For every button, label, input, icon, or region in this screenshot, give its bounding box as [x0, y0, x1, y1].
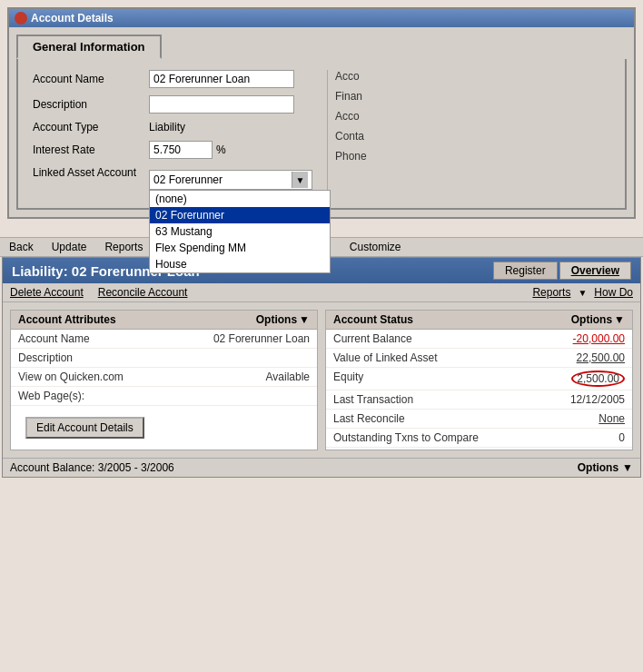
status-value-4[interactable]: None	[598, 412, 625, 425]
equity-circle: 2,500.00	[571, 371, 625, 387]
dialog-icon	[15, 12, 27, 25]
description-row: Description	[33, 95, 312, 114]
tab-general-information[interactable]: General Information	[16, 35, 162, 59]
right-row-2: Finan	[335, 90, 610, 103]
status-label-1: Value of Linked Asset	[333, 351, 438, 364]
interest-rate-row: Interest Rate %	[33, 141, 312, 159]
attributes-title: Account Attributes	[18, 313, 116, 326]
right-label-1: Acco	[335, 70, 360, 83]
balance-options-btn[interactable]: Options ▼	[578, 461, 633, 474]
reconcile-account-link[interactable]: Reconcile Account	[98, 286, 188, 299]
linked-asset-row: Linked Asset Account 02 Forerunner ▼ (no…	[33, 166, 312, 190]
attr-row-2: View on Quicken.com Available	[11, 368, 317, 387]
attributes-panel: Account Attributes Options ▼ Account Nam…	[10, 310, 318, 450]
status-row-1: Value of Linked Asset 22,500.00	[326, 349, 632, 368]
linked-asset-selected: 02 Forerunner	[153, 173, 292, 186]
how-do-link[interactable]: How Do	[594, 286, 633, 299]
status-label-3: Last Transaction	[333, 393, 413, 406]
attributes-options-btn[interactable]: Options ▼	[256, 313, 310, 326]
right-row-3: Acco	[335, 110, 610, 123]
attr-value-0: 02 Forerunner Loan	[213, 332, 310, 345]
menu-update[interactable]: Update	[50, 240, 89, 254]
tab-general-label: General Information	[33, 40, 145, 54]
status-value-1[interactable]: 22,500.00	[577, 351, 625, 364]
dropdown-item-02-forerunner[interactable]: 02 Forerunner	[150, 207, 330, 223]
linked-asset-dropdown-list: (none) 02 Forerunner 63 Mustang Flex Spe…	[149, 190, 331, 273]
linked-asset-dropdown-container: 02 Forerunner ▼ (none) 02 Forerunner 63 …	[149, 170, 312, 190]
account-details-dialog: Account Details General Information Acco…	[7, 7, 636, 219]
status-options-btn[interactable]: Options ▼	[571, 313, 625, 326]
right-label-5: Phone	[335, 150, 367, 163]
attr-label-2: View on Quicken.com	[18, 371, 124, 383]
toolbar-left: Delete Account Reconcile Account	[10, 286, 187, 299]
status-value-3: 12/12/2005	[570, 393, 625, 406]
attr-label-0: Account Name	[18, 332, 90, 345]
status-row-3: Last Transaction 12/12/2005	[326, 390, 632, 410]
balance-options-arrow: ▼	[622, 461, 633, 474]
right-label-3: Acco	[335, 110, 360, 123]
tab-buttons: Register Overview	[493, 262, 631, 280]
balance-label: Account Balance: 3/2005 - 3/2006	[10, 461, 174, 474]
right-row-1: Acco	[335, 70, 610, 83]
attr-row-0: Account Name 02 Forerunner Loan	[11, 330, 317, 349]
right-label-2: Finan	[335, 90, 362, 103]
form-container: Account Name Description Account Type	[16, 59, 627, 210]
percent-label: %	[216, 143, 226, 156]
tab-bar: General Information	[16, 35, 627, 59]
status-value-5: 0	[618, 431, 625, 444]
account-type-row: Account Type Liability	[33, 121, 312, 133]
menu-customize[interactable]: Customize	[348, 240, 403, 254]
status-label-0: Current Balance	[333, 332, 412, 345]
status-panel-header: Account Status Options ▼	[326, 311, 632, 330]
status-options-arrow: ▼	[614, 313, 625, 326]
attr-row-3: Web Page(s):	[11, 387, 317, 406]
status-value-0[interactable]: -20,000.00	[573, 332, 625, 345]
dropdown-arrow-btn[interactable]: ▼	[292, 172, 308, 188]
dialog-title: Account Details	[31, 12, 114, 25]
description-label: Description	[33, 98, 142, 111]
menu-reports[interactable]: Reports	[103, 240, 144, 254]
panels-row: Account Attributes Options ▼ Account Nam…	[3, 302, 640, 458]
account-name-label: Account Name	[33, 73, 142, 85]
interest-rate-label: Interest Rate	[33, 143, 142, 156]
dropdown-item-house[interactable]: House	[150, 256, 330, 272]
description-input[interactable]	[149, 95, 294, 114]
main-area: Liability: 02 Forerunner Loan Register O…	[2, 257, 641, 478]
toolbar-right: Reports ▼ How Do	[532, 286, 633, 299]
status-value-2: 2,500.00	[571, 371, 625, 387]
balance-bar: Account Balance: 3/2005 - 3/2006 Options…	[3, 458, 640, 477]
status-label-4: Last Reconcile	[333, 412, 405, 425]
right-row-4: Conta	[335, 130, 610, 143]
account-name-row: Account Name	[33, 70, 312, 88]
toolbar-reports-link[interactable]: Reports	[532, 286, 570, 299]
account-toolbar: Delete Account Reconcile Account Reports…	[3, 283, 640, 302]
account-type-label: Account Type	[33, 121, 142, 133]
status-row-0: Current Balance -20,000.00	[326, 330, 632, 349]
right-label-4: Conta	[335, 130, 364, 143]
tab-register[interactable]: Register	[493, 262, 558, 280]
attr-value-2: Available	[266, 371, 310, 383]
interest-rate-input[interactable]	[149, 141, 213, 159]
status-title: Account Status	[333, 313, 413, 326]
status-row-4: Last Reconcile None	[326, 410, 632, 429]
dropdown-item-flex[interactable]: Flex Spending MM	[150, 240, 330, 256]
dropdown-item-none[interactable]: (none)	[150, 191, 330, 207]
status-row-2: Equity 2,500.00	[326, 368, 632, 390]
tab-overview[interactable]: Overview	[559, 262, 631, 280]
account-name-input[interactable]	[149, 70, 294, 88]
status-label-2: Equity	[333, 371, 363, 387]
menu-back[interactable]: Back	[7, 240, 35, 254]
attributes-panel-header: Account Attributes Options ▼	[11, 311, 317, 330]
attributes-options-arrow: ▼	[299, 313, 310, 326]
status-label-5: Outstanding Txns to Compare	[333, 431, 479, 444]
linked-asset-dropdown-trigger[interactable]: 02 Forerunner ▼	[149, 170, 312, 190]
edit-account-details-btn[interactable]: Edit Account Details	[25, 417, 144, 439]
dropdown-item-63-mustang[interactable]: 63 Mustang	[150, 223, 330, 240]
interest-input-group: %	[149, 141, 226, 159]
delete-account-link[interactable]: Delete Account	[10, 286, 84, 299]
dialog-body: General Information Account Name Descrip…	[9, 27, 634, 217]
attr-label-1: Description	[18, 351, 73, 364]
form-right: Acco Finan Acco Conta Phone	[327, 70, 610, 197]
reports-dropdown-arrow[interactable]: ▼	[578, 288, 587, 298]
linked-asset-label: Linked Asset Account	[33, 166, 142, 179]
